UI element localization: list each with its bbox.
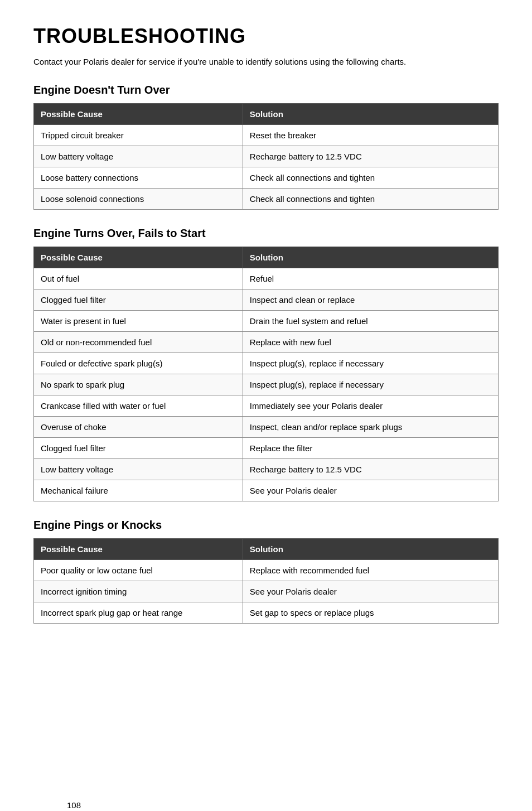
table-row: Poor quality or low octane fuelReplace w… <box>34 559 499 581</box>
cell-solution: Inspect plug(s), replace if necessary <box>243 353 498 374</box>
cell-cause: Fouled or defective spark plug(s) <box>34 353 243 374</box>
table-row: Low battery voltageRecharge battery to 1… <box>34 458 499 480</box>
cell-cause: Loose solenoid connections <box>34 188 243 209</box>
cell-cause: Old or non-recommended fuel <box>34 331 243 353</box>
table-row: Old or non-recommended fuelReplace with … <box>34 331 499 353</box>
cell-solution: Inspect and clean or replace <box>243 289 498 310</box>
table-row: Mechanical failureSee your Polaris deale… <box>34 480 499 501</box>
cell-cause: Low battery voltage <box>34 146 243 167</box>
cell-solution: Inspect plug(s), replace if necessary <box>243 374 498 395</box>
table-row: Low battery voltageRecharge battery to 1… <box>34 146 499 167</box>
cell-solution: Inspect, clean and/or replace spark plug… <box>243 416 498 437</box>
cell-solution: Reset the breaker <box>243 124 498 146</box>
cell-solution: Replace with new fuel <box>243 331 498 353</box>
col-header-cause-3: Possible Cause <box>34 538 243 559</box>
cell-solution: Refuel <box>243 268 498 289</box>
cell-solution: Replace the filter <box>243 437 498 458</box>
cell-cause: Crankcase filled with water or fuel <box>34 395 243 416</box>
cell-cause: Poor quality or low octane fuel <box>34 559 243 581</box>
section-heading-3: Engine Pings or Knocks <box>33 517 499 533</box>
cell-solution: Replace with recommended fuel <box>243 559 498 581</box>
cell-cause: Incorrect spark plug gap or heat range <box>34 602 243 623</box>
page-title: TROUBLESHOOTING <box>33 22 499 50</box>
table-row: Incorrect spark plug gap or heat rangeSe… <box>34 602 499 623</box>
cell-solution: Set gap to specs or replace plugs <box>243 602 498 623</box>
cell-solution: Check all connections and tighten <box>243 188 498 209</box>
intro-text: Contact your Polaris dealer for service … <box>33 56 499 69</box>
section-heading-1: Engine Doesn't Turn Over <box>33 82 499 98</box>
table-row: Water is present in fuelDrain the fuel s… <box>34 310 499 331</box>
cell-solution: Recharge battery to 12.5 VDC <box>243 146 498 167</box>
table-row: Clogged fuel filterInspect and clean or … <box>34 289 499 310</box>
cell-cause: Low battery voltage <box>34 458 243 480</box>
table-engine-fails-start: Possible Cause Solution Out of fuelRefue… <box>33 247 499 501</box>
table-row: No spark to spark plugInspect plug(s), r… <box>34 374 499 395</box>
col-header-solution-2: Solution <box>243 247 498 268</box>
cell-cause: Overuse of choke <box>34 416 243 437</box>
cell-solution: Immediately see your Polaris dealer <box>243 395 498 416</box>
cell-cause: Out of fuel <box>34 268 243 289</box>
cell-cause: No spark to spark plug <box>34 374 243 395</box>
cell-solution: Check all connections and tighten <box>243 167 498 188</box>
cell-cause: Incorrect ignition timing <box>34 581 243 602</box>
cell-cause: Loose battery connections <box>34 167 243 188</box>
section-heading-2: Engine Turns Over, Fails to Start <box>33 225 499 241</box>
col-header-solution-3: Solution <box>243 538 498 559</box>
table-row: Loose solenoid connectionsCheck all conn… <box>34 188 499 209</box>
table-row: Loose battery connectionsCheck all conne… <box>34 167 499 188</box>
table-engine-pings: Possible Cause Solution Poor quality or … <box>33 538 499 624</box>
table-row: Incorrect ignition timingSee your Polari… <box>34 581 499 602</box>
cell-solution: See your Polaris dealer <box>243 480 498 501</box>
cell-cause: Tripped circuit breaker <box>34 124 243 146</box>
cell-cause: Clogged fuel filter <box>34 289 243 310</box>
col-header-cause-1: Possible Cause <box>34 103 243 124</box>
col-header-solution-1: Solution <box>243 103 498 124</box>
cell-cause: Mechanical failure <box>34 480 243 501</box>
cell-cause: Clogged fuel filter <box>34 437 243 458</box>
page-number: 108 <box>67 799 81 811</box>
cell-solution: Recharge battery to 12.5 VDC <box>243 458 498 480</box>
cell-cause: Water is present in fuel <box>34 310 243 331</box>
cell-solution: Drain the fuel system and refuel <box>243 310 498 331</box>
table-row: Tripped circuit breakerReset the breaker <box>34 124 499 146</box>
table-row: Clogged fuel filterReplace the filter <box>34 437 499 458</box>
table-row: Crankcase filled with water or fuelImmed… <box>34 395 499 416</box>
table-row: Out of fuelRefuel <box>34 268 499 289</box>
cell-solution: See your Polaris dealer <box>243 581 498 602</box>
table-row: Overuse of chokeInspect, clean and/or re… <box>34 416 499 437</box>
table-row: Fouled or defective spark plug(s)Inspect… <box>34 353 499 374</box>
col-header-cause-2: Possible Cause <box>34 247 243 268</box>
table-engine-no-turn: Possible Cause Solution Tripped circuit … <box>33 103 499 210</box>
